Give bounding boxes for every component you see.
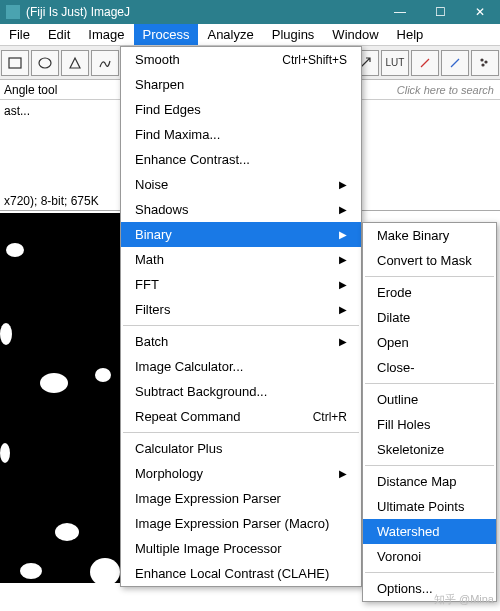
chevron-right-icon: ▶ xyxy=(339,468,347,479)
menu-item-open[interactable]: Open xyxy=(363,330,496,355)
menu-item-image-expression-parser[interactable]: Image Expression Parser xyxy=(121,486,361,511)
separator xyxy=(123,325,359,326)
chevron-right-icon: ▶ xyxy=(339,204,347,215)
menu-item-clahe[interactable]: Enhance Local Contrast (CLAHE) xyxy=(121,561,361,586)
close-button[interactable]: ✕ xyxy=(460,0,500,24)
chevron-right-icon: ▶ xyxy=(339,254,347,265)
menu-item-shadows[interactable]: Shadows▶ xyxy=(121,197,361,222)
menu-process[interactable]: Process xyxy=(134,24,199,45)
menu-plugins[interactable]: Plugins xyxy=(263,24,324,45)
process-menu-dropdown: SmoothCtrl+Shift+S Sharpen Find Edges Fi… xyxy=(120,46,362,587)
svg-point-5 xyxy=(485,61,487,63)
menu-help[interactable]: Help xyxy=(388,24,433,45)
menu-item-find-edges[interactable]: Find Edges xyxy=(121,97,361,122)
binary-submenu: Make Binary Convert to Mask Erode Dilate… xyxy=(362,222,497,602)
minimize-button[interactable]: — xyxy=(380,0,420,24)
menu-item-subtract-background[interactable]: Subtract Background... xyxy=(121,379,361,404)
menu-item-make-binary[interactable]: Make Binary xyxy=(363,223,496,248)
tool-oval[interactable] xyxy=(31,50,59,76)
app-icon xyxy=(6,5,20,19)
menu-item-find-maxima[interactable]: Find Maxima... xyxy=(121,122,361,147)
menu-item-voronoi[interactable]: Voronoi xyxy=(363,544,496,569)
menu-item-filters[interactable]: Filters▶ xyxy=(121,297,361,322)
maximize-button[interactable]: ☐ xyxy=(420,0,460,24)
brush-icon xyxy=(417,55,433,71)
chevron-right-icon: ▶ xyxy=(339,179,347,190)
separator xyxy=(123,432,359,433)
svg-point-1 xyxy=(39,58,51,68)
brush-icon xyxy=(447,55,463,71)
menu-item-enhance-contrast[interactable]: Enhance Contrast... xyxy=(121,147,361,172)
menu-item-fill-holes[interactable]: Fill Holes xyxy=(363,412,496,437)
menu-item-fft[interactable]: FFT▶ xyxy=(121,272,361,297)
watermark: 知乎 @Mina xyxy=(434,592,494,607)
menu-item-watershed[interactable]: Watershed xyxy=(363,519,496,544)
menu-item-smooth[interactable]: SmoothCtrl+Shift+S xyxy=(121,47,361,72)
svg-rect-0 xyxy=(9,58,21,68)
tool-rectangle[interactable] xyxy=(1,50,29,76)
svg-marker-2 xyxy=(70,58,80,68)
menu-file[interactable]: File xyxy=(0,24,39,45)
menu-item-distance-map[interactable]: Distance Map xyxy=(363,469,496,494)
chevron-right-icon: ▶ xyxy=(339,304,347,315)
freehand-icon xyxy=(97,55,113,71)
window-title: (Fiji Is Just) ImageJ xyxy=(26,5,130,19)
menu-item-calculator-plus[interactable]: Calculator Plus xyxy=(121,436,361,461)
tool-spray[interactable] xyxy=(471,50,499,76)
menu-item-noise[interactable]: Noise▶ xyxy=(121,172,361,197)
menu-item-image-expression-parser-macro[interactable]: Image Expression Parser (Macro) xyxy=(121,511,361,536)
chevron-right-icon: ▶ xyxy=(339,279,347,290)
tool-lut[interactable]: LUT xyxy=(381,50,409,76)
menubar: File Edit Image Process Analyze Plugins … xyxy=(0,24,500,46)
oval-icon xyxy=(37,55,53,71)
menu-item-morphology[interactable]: Morphology▶ xyxy=(121,461,361,486)
search-hint[interactable]: Click here to search xyxy=(397,84,500,96)
svg-point-6 xyxy=(482,64,484,66)
tool-polygon[interactable] xyxy=(61,50,89,76)
chevron-right-icon: ▶ xyxy=(339,229,347,240)
menu-window[interactable]: Window xyxy=(323,24,387,45)
menu-item-repeat-command[interactable]: Repeat CommandCtrl+R xyxy=(121,404,361,429)
tool-brush-red[interactable] xyxy=(411,50,439,76)
tool-status: Angle tool xyxy=(4,83,57,97)
menu-item-erode[interactable]: Erode xyxy=(363,280,496,305)
menu-item-sharpen[interactable]: Sharpen xyxy=(121,72,361,97)
menu-analyze[interactable]: Analyze xyxy=(198,24,262,45)
menu-item-close[interactable]: Close- xyxy=(363,355,496,380)
separator xyxy=(365,383,494,384)
separator xyxy=(365,465,494,466)
rectangle-icon xyxy=(7,55,23,71)
menu-image[interactable]: Image xyxy=(79,24,133,45)
menu-item-math[interactable]: Math▶ xyxy=(121,247,361,272)
menu-edit[interactable]: Edit xyxy=(39,24,79,45)
chevron-right-icon: ▶ xyxy=(339,336,347,347)
tool-freehand[interactable] xyxy=(91,50,119,76)
menu-item-image-calculator[interactable]: Image Calculator... xyxy=(121,354,361,379)
menu-item-convert-to-mask[interactable]: Convert to Mask xyxy=(363,248,496,273)
spray-icon xyxy=(477,55,493,71)
menu-item-binary[interactable]: Binary▶ xyxy=(121,222,361,247)
menu-item-outline[interactable]: Outline xyxy=(363,387,496,412)
titlebar: (Fiji Is Just) ImageJ — ☐ ✕ xyxy=(0,0,500,24)
menu-item-skeletonize[interactable]: Skeletonize xyxy=(363,437,496,462)
separator xyxy=(365,572,494,573)
separator xyxy=(365,276,494,277)
menu-item-dilate[interactable]: Dilate xyxy=(363,305,496,330)
menu-item-batch[interactable]: Batch▶ xyxy=(121,329,361,354)
svg-point-4 xyxy=(481,59,483,61)
menu-item-multiple-image-processor[interactable]: Multiple Image Processor xyxy=(121,536,361,561)
polygon-icon xyxy=(67,55,83,71)
menu-item-ultimate-points[interactable]: Ultimate Points xyxy=(363,494,496,519)
tool-brush-blue[interactable] xyxy=(441,50,469,76)
